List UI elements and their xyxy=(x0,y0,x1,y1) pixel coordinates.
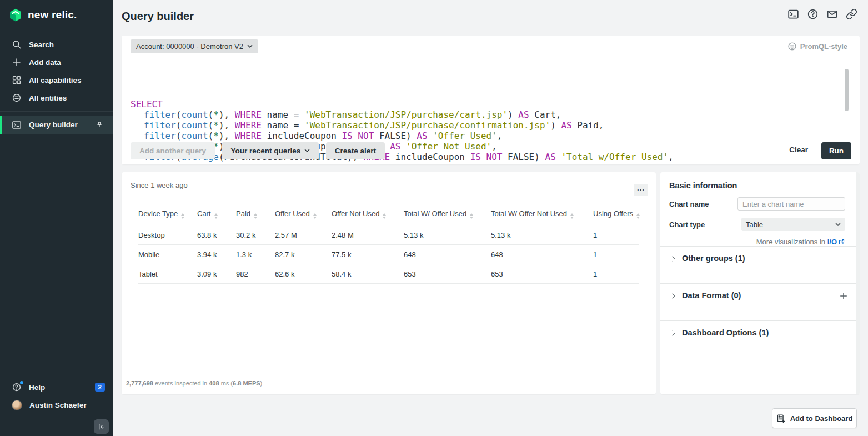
sidebar-item-search[interactable]: Search xyxy=(0,36,113,53)
table-cell: 1.3 k xyxy=(236,245,275,264)
promql-style-toggle[interactable]: PromQL-style xyxy=(787,42,847,51)
recent-queries-label: Your recent queries xyxy=(230,147,300,155)
help-icon[interactable] xyxy=(806,8,819,21)
table-body: Desktop63.8 k30.2 k2.57 M2.48 M5.13 k5.1… xyxy=(138,225,639,284)
plus-icon xyxy=(12,57,22,67)
results-menu-button[interactable]: ... xyxy=(634,184,648,196)
sidebar-collapse-button[interactable] xyxy=(94,419,109,434)
chart-type-select[interactable]: Table xyxy=(741,218,845,231)
avatar xyxy=(12,400,22,410)
table-row: Mobile3.94 k1.3 k82.7 k77.5 k6486481 xyxy=(138,245,639,264)
header-icon-bar xyxy=(787,8,858,21)
sort-icon xyxy=(383,213,386,219)
chart-type-value: Table xyxy=(746,220,763,229)
table-cell: 3.94 k xyxy=(197,245,236,264)
prometheus-icon xyxy=(787,42,797,51)
dashboard-add-icon xyxy=(776,414,786,423)
results-table: Device TypeCartPaidOffer UsedOffer Not U… xyxy=(138,203,639,284)
table-cell: 77.5 k xyxy=(332,245,404,264)
events-count: 2,777,698 xyxy=(126,380,153,387)
table-cell: Tablet xyxy=(138,264,197,284)
run-button[interactable]: Run xyxy=(821,142,851,159)
sidebar-bottom: Help 2 Austin Schaefer xyxy=(0,378,113,414)
query-actions: Add another query Your recent queries Cr… xyxy=(131,142,851,159)
sort-icon xyxy=(214,213,218,219)
external-link-icon xyxy=(838,238,845,245)
clear-button[interactable]: Clear xyxy=(789,146,808,154)
sidebar-item-query-builder[interactable]: Query builder xyxy=(0,116,113,134)
chart-settings-panel: Basic information Chart name Chart type … xyxy=(660,172,860,394)
column-header[interactable]: Using Offers xyxy=(593,203,639,225)
sidebar-item-label: All entities xyxy=(29,94,67,102)
create-alert-button[interactable]: Create alert xyxy=(326,142,385,159)
table-row: Tablet3.09 k98262.6 k58.4 k6536531 xyxy=(138,264,639,284)
add-to-dashboard-label: Add to Dashboard xyxy=(790,414,853,423)
sidebar-item-all-entities[interactable]: All entities xyxy=(0,89,113,107)
query-console-icon[interactable] xyxy=(787,8,800,21)
section-other-groups[interactable]: Other groups (1) xyxy=(660,246,860,283)
pin-icon[interactable] xyxy=(95,121,104,129)
time-range-label: Since 1 week ago xyxy=(131,181,188,189)
table-cell: 2.48 M xyxy=(332,225,404,245)
elapsed-ms: 408 xyxy=(209,380,219,387)
mail-icon[interactable] xyxy=(826,8,839,21)
table-cell: 982 xyxy=(236,264,275,284)
column-header[interactable]: Offer Not Used xyxy=(332,203,404,225)
table-cell: 1 xyxy=(593,225,639,245)
account-selector[interactable]: Account: 0000000 - Demotron V2 xyxy=(131,39,258,53)
settings-scrollbar[interactable] xyxy=(856,172,860,394)
account-selector-label: Account: 0000000 - Demotron V2 xyxy=(136,42,243,51)
section-data-format[interactable]: Data Format (0) xyxy=(660,283,860,320)
sort-icon xyxy=(254,213,257,219)
search-icon xyxy=(12,39,22,49)
chevron-down-icon xyxy=(835,223,841,227)
table-cell: Mobile xyxy=(138,245,197,264)
table-cell: 1 xyxy=(593,245,639,264)
table-cell: 3.09 k xyxy=(197,264,236,284)
plus-add-icon[interactable] xyxy=(839,291,849,301)
sidebar-item-all-capabilities[interactable]: All capabilities xyxy=(0,71,113,89)
chart-name-label: Chart name xyxy=(669,200,737,208)
link-icon[interactable] xyxy=(845,8,858,21)
chart-name-input[interactable] xyxy=(737,197,845,211)
add-to-dashboard-button[interactable]: Add to Dashboard xyxy=(772,408,857,428)
table-cell: 5.13 k xyxy=(491,225,593,245)
section-label: Other groups (1) xyxy=(682,254,745,263)
sidebar-item-label: Search xyxy=(29,41,54,49)
sidebar-item-add-data[interactable]: Add data xyxy=(0,53,113,71)
new-relic-logo[interactable]: new relic. xyxy=(0,0,113,22)
table-cell: 653 xyxy=(404,264,491,284)
chevron-right-icon xyxy=(670,330,677,337)
sidebar-nav: Search Add data All capabilities All ent… xyxy=(0,36,113,134)
table-cell: 58.4 k xyxy=(332,264,404,284)
recent-queries-button[interactable]: Your recent queries xyxy=(222,142,319,159)
section-dashboard-options[interactable]: Dashboard Options (1) xyxy=(660,320,860,358)
column-header[interactable]: Offer Used xyxy=(275,203,332,225)
sidebar-item-label: All capabilities xyxy=(29,76,82,84)
table-cell: 648 xyxy=(404,245,491,264)
table-cell: 2.57 M xyxy=(275,225,332,245)
table-cell: 5.13 k xyxy=(404,225,491,245)
column-header[interactable]: Cart xyxy=(197,203,236,225)
column-header[interactable]: Total W/ Offer Used xyxy=(404,203,491,225)
table-cell: 648 xyxy=(491,245,593,264)
help-badge: 2 xyxy=(95,383,105,392)
more-visualizations-text: More visualizations in xyxy=(756,238,827,246)
results-card: Since 1 week ago ... Device TypeCartPaid… xyxy=(122,172,656,394)
sidebar: new relic. Search Add data All capabilit… xyxy=(0,0,113,436)
column-header[interactable]: Paid xyxy=(236,203,275,225)
sidebar-item-user[interactable]: Austin Schaefer xyxy=(0,396,113,414)
table-header: Device TypeCartPaidOffer UsedOffer Not U… xyxy=(138,203,639,225)
io-link[interactable]: I/O xyxy=(827,238,837,246)
table-cell: 1 xyxy=(593,264,639,284)
table-row: Desktop63.8 k30.2 k2.57 M2.48 M5.13 k5.1… xyxy=(138,225,639,245)
table-cell: Desktop xyxy=(138,225,197,245)
column-header[interactable]: Device Type xyxy=(138,203,197,225)
query-builder-card: Account: 0000000 - Demotron V2 PromQL-st… xyxy=(122,36,860,164)
column-header[interactable]: Total W/ Offer Not Used xyxy=(491,203,593,225)
sidebar-item-help[interactable]: Help 2 xyxy=(0,378,113,396)
sidebar-item-label: Add data xyxy=(29,58,61,67)
meps-value: 6.8 MEPS xyxy=(233,380,260,387)
query-editor-scrollbar[interactable] xyxy=(845,69,849,147)
table-cell: 30.2 k xyxy=(236,225,275,245)
